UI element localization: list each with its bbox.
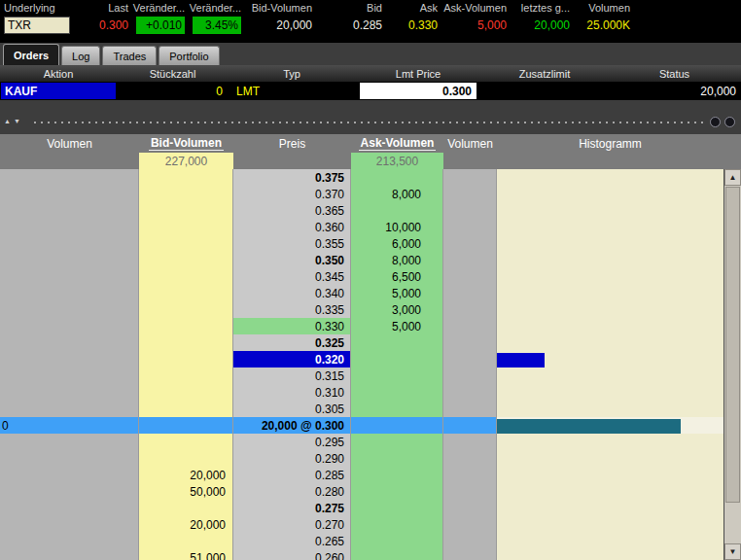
dom-cell-price[interactable]: 0.320: [233, 351, 351, 368]
dom-cell-ask-volume[interactable]: [351, 368, 443, 384]
tab-portfolio[interactable]: Portfolio: [159, 46, 219, 65]
dom-cell-price[interactable]: 0.370: [233, 186, 351, 202]
dom-cell-price[interactable]: 0.305: [233, 401, 351, 417]
order-zusatzlimit-cell[interactable]: [481, 83, 608, 99]
dom-cell-ask-volume[interactable]: 6,500: [351, 268, 443, 285]
dom-cell-price[interactable]: 0.275: [233, 500, 351, 516]
dom-cell-price[interactable]: 0.330: [233, 318, 351, 334]
dom-cell-bid-volume[interactable]: 51,000: [139, 549, 233, 560]
dom-cell-bid-volume[interactable]: [139, 384, 233, 401]
dom-header-histogramm: Histogramm: [497, 134, 723, 153]
dom-cell-price[interactable]: 0.270: [233, 516, 351, 533]
round-button-1[interactable]: [710, 117, 721, 127]
dom-cell-price[interactable]: 0.375: [233, 169, 351, 186]
dom-row: 0.315: [0, 368, 723, 384]
dom-cell-volume-right: [443, 285, 497, 301]
dom-cell-price[interactable]: 0.290: [233, 450, 351, 467]
dom-cell-bid-volume[interactable]: [139, 351, 233, 368]
dom-cell-price[interactable]: 0.280: [233, 483, 351, 500]
order-type-cell[interactable]: LMT: [229, 85, 355, 98]
dom-cell-bid-volume[interactable]: 20,000: [139, 467, 233, 483]
dom-cell-bid-volume[interactable]: [139, 368, 233, 384]
dom-cell-ask-volume[interactable]: [351, 483, 443, 500]
dom-cell-price[interactable]: 0.365: [233, 202, 351, 219]
dom-cell-ask-volume[interactable]: [351, 202, 443, 219]
dom-cell-bid-volume[interactable]: [139, 219, 233, 235]
dom-cell-bid-volume[interactable]: [139, 533, 233, 549]
dom-cell-bid-volume[interactable]: [139, 334, 233, 351]
dom-cell-price[interactable]: 0.355: [233, 235, 351, 252]
underlying-symbol[interactable]: TXR: [4, 17, 70, 34]
order-quantity-cell[interactable]: 0: [117, 85, 229, 98]
dom-cell-ask-volume[interactable]: [351, 434, 443, 450]
dom-cell-bid-volume[interactable]: 20,000: [139, 516, 233, 533]
dom-cell-ask-volume[interactable]: 3,000: [351, 301, 443, 318]
dom-cell-bid-volume[interactable]: [139, 268, 233, 285]
dom-cell-bid-volume[interactable]: [139, 318, 233, 334]
dom-cell-ask-volume[interactable]: 8,000: [351, 186, 443, 202]
dom-cell-price[interactable]: 0.285: [233, 467, 351, 483]
order-action-cell[interactable]: KAUF: [1, 83, 116, 99]
dom-cell-ask-volume[interactable]: 8,000: [351, 252, 443, 268]
tab-trades[interactable]: Trades: [102, 46, 157, 65]
dom-cell-price[interactable]: 0.260: [233, 549, 351, 560]
splitter-handle[interactable]: [33, 121, 708, 124]
dom-cell-price[interactable]: 0.335: [233, 301, 351, 318]
vertical-scrollbar[interactable]: ▲ ▼: [723, 169, 741, 560]
tab-log[interactable]: Log: [61, 46, 100, 65]
collapse-up-icon[interactable]: ▲: [4, 118, 11, 124]
dom-cell-bid-volume[interactable]: [139, 202, 233, 219]
dom-cell-ask-volume[interactable]: [351, 169, 443, 186]
dom-cell-bid-volume[interactable]: [139, 169, 233, 186]
order-header-lmt-price: Lmt Price: [355, 65, 481, 82]
dom-cell-bid-volume[interactable]: [139, 252, 233, 268]
dom-cell-bid-volume[interactable]: [139, 417, 233, 434]
scroll-down-button[interactable]: ▼: [724, 543, 741, 560]
dom-cell-price[interactable]: 0.340: [233, 285, 351, 301]
dom-cell-ask-volume[interactable]: [351, 467, 443, 483]
dom-cell-ask-volume[interactable]: [351, 516, 443, 533]
collapse-down-icon[interactable]: ▼: [14, 118, 20, 124]
dom-cell-price[interactable]: 0.295: [233, 434, 351, 450]
dom-cell-ask-volume[interactable]: [351, 351, 443, 368]
dom-cell-histogram: [497, 268, 723, 285]
dom-cell-price[interactable]: 0.350: [233, 252, 351, 268]
dom-cell-volume-left: [0, 186, 139, 202]
dom-cell-ask-volume[interactable]: 10,000: [351, 219, 443, 235]
dom-cell-ask-volume[interactable]: [351, 500, 443, 516]
dom-cell-bid-volume[interactable]: [139, 301, 233, 318]
dom-cell-bid-volume[interactable]: [139, 500, 233, 516]
dom-row: 0.275: [0, 500, 723, 516]
round-button-2[interactable]: [724, 117, 735, 127]
dom-cell-ask-volume[interactable]: [351, 450, 443, 467]
dom-cell-bid-volume[interactable]: [139, 401, 233, 417]
dom-cell-price[interactable]: 0.315: [233, 368, 351, 384]
dom-cell-bid-volume[interactable]: [139, 186, 233, 202]
dom-cell-ask-volume[interactable]: 5,000: [351, 285, 443, 301]
dom-cell-bid-volume[interactable]: 50,000: [139, 483, 233, 500]
dom-cell-ask-volume[interactable]: [351, 334, 443, 351]
dom-cell-price[interactable]: 0.265: [233, 533, 351, 549]
dom-cell-price[interactable]: 0.310: [233, 384, 351, 401]
dom-cell-ask-volume[interactable]: [351, 401, 443, 417]
dom-cell-price[interactable]: 0.345: [233, 268, 351, 285]
dom-cell-ask-volume[interactable]: [351, 384, 443, 401]
dom-cell-bid-volume[interactable]: [139, 285, 233, 301]
dom-cell-ask-volume[interactable]: [351, 549, 443, 560]
dom-cell-volume-left: [0, 351, 139, 368]
tab-orders[interactable]: Orders: [3, 44, 59, 65]
dom-cell-price[interactable]: 0.360: [233, 219, 351, 235]
dom-cell-bid-volume[interactable]: [139, 235, 233, 252]
dom-cell-ask-volume[interactable]: [351, 533, 443, 549]
scroll-up-button[interactable]: ▲: [724, 169, 741, 186]
dom-cell-price[interactable]: 20,000 @ 0.300: [233, 417, 351, 434]
lmt-price-input[interactable]: [360, 83, 476, 99]
quote-header-change: Veränder...: [132, 0, 189, 15]
dom-cell-ask-volume[interactable]: 5,000: [351, 318, 443, 334]
dom-cell-price[interactable]: 0.325: [233, 334, 351, 351]
dom-cell-bid-volume[interactable]: [139, 450, 233, 467]
scrollbar-thumb[interactable]: [725, 187, 740, 503]
dom-cell-bid-volume[interactable]: [139, 434, 233, 450]
dom-cell-ask-volume[interactable]: 6,000: [351, 235, 443, 252]
dom-cell-ask-volume[interactable]: [351, 417, 443, 434]
